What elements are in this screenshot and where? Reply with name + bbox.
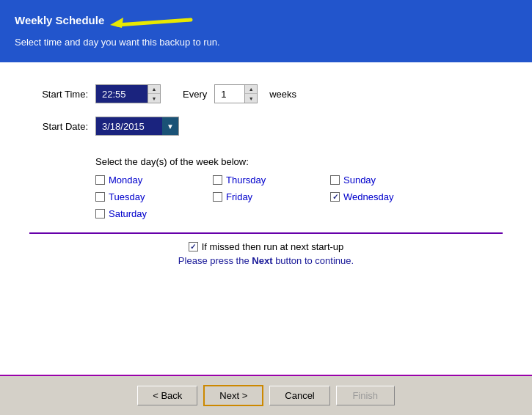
header-subtitle: Select time and day you want this backup… <box>15 37 517 48</box>
saturday-label: Saturday <box>109 208 147 219</box>
bottom-options: If missed then run at next start-up Plea… <box>29 241 503 266</box>
weeks-down-button[interactable]: ▼ <box>245 94 257 103</box>
sunday-checkbox[interactable] <box>330 175 340 185</box>
missed-label: If missed then run at next start-up <box>202 241 344 252</box>
friday-label: Friday <box>226 191 252 202</box>
day-sunday[interactable]: Sunday <box>330 175 448 186</box>
weeks-input[interactable]: 1 ▲ ▼ <box>214 84 258 103</box>
day-monday[interactable]: Monday <box>95 175 213 186</box>
every-label: Every <box>183 89 207 100</box>
start-date-row: Start Date: 3/18/2015 ▼ <box>29 117 503 136</box>
sunday-label: Sunday <box>343 175 376 186</box>
finish-button[interactable]: Finish <box>336 386 395 405</box>
day-friday[interactable]: Friday <box>213 191 330 202</box>
day-wednesday[interactable]: Wednesday <box>330 191 448 202</box>
svg-marker-1 <box>110 18 123 28</box>
friday-checkbox[interactable] <box>213 192 222 202</box>
wednesday-checkbox[interactable] <box>330 192 340 202</box>
time-down-button[interactable]: ▼ <box>148 94 160 103</box>
time-input[interactable]: 22:55 ▲ ▼ <box>95 84 161 103</box>
day-saturday[interactable]: Saturday <box>95 208 213 219</box>
date-input[interactable]: 3/18/2015 ▼ <box>95 117 179 136</box>
tuesday-checkbox[interactable] <box>95 192 105 202</box>
section-divider <box>29 232 503 234</box>
days-prompt: Select the day(s) of the week below: <box>95 156 503 167</box>
header-title-row: Weekly Schedule <box>15 9 517 31</box>
date-value[interactable]: 3/18/2015 <box>96 117 162 135</box>
weeks-value[interactable]: 1 <box>215 85 244 103</box>
time-up-button[interactable]: ▲ <box>148 85 160 94</box>
press-next-bold: Next <box>252 255 272 266</box>
press-next-before: Please press the <box>178 255 249 266</box>
time-value[interactable]: 22:55 <box>96 85 147 103</box>
missed-checkbox[interactable] <box>189 242 198 251</box>
page-title: Weekly Schedule <box>15 14 104 26</box>
start-date-label: Start Date: <box>29 121 88 132</box>
start-time-row: Start Time: 22:55 ▲ ▼ Every 1 ▲ ▼ weeks <box>29 84 503 103</box>
press-next-after: button to continue. <box>275 255 354 266</box>
thursday-label: Thursday <box>226 175 266 186</box>
day-thursday[interactable]: Thursday <box>213 175 330 186</box>
start-time-label: Start Time: <box>29 89 88 100</box>
monday-checkbox[interactable] <box>95 175 105 185</box>
arrow-indicator-icon <box>110 9 198 31</box>
thursday-checkbox[interactable] <box>213 175 222 185</box>
days-section: Select the day(s) of the week below: Mon… <box>29 156 503 219</box>
date-dropdown-button[interactable]: ▼ <box>162 117 178 135</box>
cancel-button[interactable]: Cancel <box>269 386 329 405</box>
wednesday-label: Wednesday <box>343 191 393 202</box>
day-tuesday[interactable]: Tuesday <box>95 191 213 202</box>
weeks-spinner[interactable]: ▲ ▼ <box>244 85 257 103</box>
press-next-message: Please press the Next button to continue… <box>178 255 354 266</box>
back-button[interactable]: < Back <box>137 386 197 405</box>
weeks-up-button[interactable]: ▲ <box>245 85 257 94</box>
svg-line-0 <box>117 20 191 25</box>
time-spinner[interactable]: ▲ ▼ <box>147 85 160 103</box>
header: Weekly Schedule Select time and day you … <box>0 0 532 62</box>
tuesday-label: Tuesday <box>109 191 145 202</box>
footer: < Back Next > Cancel Finish <box>0 375 532 415</box>
saturday-checkbox[interactable] <box>95 209 105 218</box>
monday-label: Monday <box>109 175 142 186</box>
main-content: Start Time: 22:55 ▲ ▼ Every 1 ▲ ▼ weeks … <box>0 62 532 375</box>
days-grid: Monday Thursday Sunday Tuesday Friday <box>95 175 503 219</box>
missed-row[interactable]: If missed then run at next start-up <box>189 241 344 252</box>
next-button[interactable]: Next > <box>203 385 263 406</box>
weeks-label: weeks <box>269 89 296 100</box>
